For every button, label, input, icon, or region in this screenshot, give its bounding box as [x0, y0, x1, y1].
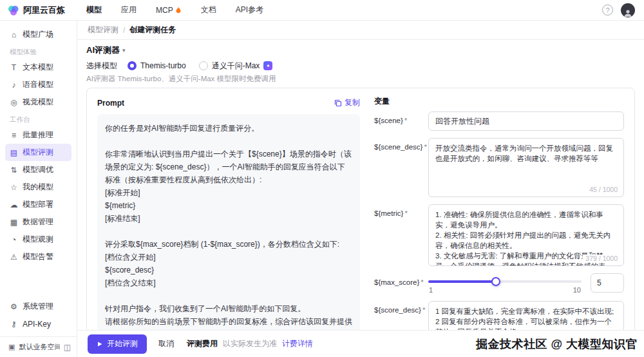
chevron-down-icon: ▾ — [122, 45, 126, 55]
sidebar-item-model-observe[interactable]: ◔ 模型观测 — [5, 231, 71, 248]
model-deploy-icon: ☁ — [10, 200, 18, 209]
copy-icon — [334, 99, 342, 107]
logo-icon — [8, 5, 19, 16]
bailian-app: 阿里云百炼 模型 应用 MCP 文档 API参考 ? — [0, 0, 644, 357]
radio-themis-turbo[interactable]: Themis-turbo — [128, 61, 186, 70]
sidebar-item-vision-model[interactable]: ◎ 视觉模型 — [5, 93, 71, 111]
batch-inference-icon: ≡ — [10, 131, 18, 140]
variables-column: 变量 ${scene}* ${scene_desc}* — [374, 97, 624, 357]
radio-unchecked-icon — [199, 61, 208, 70]
sidebar-item-label: 模型调优 — [23, 164, 53, 175]
sidebar-bottom: ⚙ 系统管理 ⚷ API-Key ▣ 默认业务空间 ◫ — [5, 298, 71, 357]
evaluator-title-text: AI评测器 — [86, 45, 120, 55]
top-navbar: 阿里云百炼 模型 应用 MCP 文档 API参考 ? — [0, 0, 644, 21]
sidebar-item-label: API-Key — [23, 320, 51, 329]
billing-details-link[interactable]: 计费详情 — [282, 338, 313, 349]
sidebar-item-system-management[interactable]: ⚙ 系统管理 — [5, 298, 71, 315]
sidebar-item-model-tuning[interactable]: ⇅ 模型调优 — [5, 161, 71, 179]
slider-track — [428, 280, 582, 283]
sidebar-item-speech-model[interactable]: ♪ 语音模型 — [5, 76, 71, 93]
sidebar-item-label: 模型部署 — [23, 199, 53, 210]
nav-item-apps[interactable]: 应用 — [121, 5, 137, 15]
top-nav-menu: 模型 应用 MCP 文档 API参考 — [86, 5, 263, 15]
sidebar-collapse-icon[interactable]: ◫ — [64, 343, 71, 352]
user-icon — [623, 8, 632, 17]
start-evaluation-label: 开始评测 — [107, 338, 138, 349]
breadcrumb-parent[interactable]: 模型评测 — [88, 24, 118, 35]
sidebar-item-api-key[interactable]: ⚷ API-Key — [5, 315, 71, 333]
logo[interactable]: 阿里云百炼 — [8, 5, 79, 16]
max-score-input[interactable] — [591, 273, 624, 293]
evaluator-section-title[interactable]: AI评测器 ▾ — [86, 45, 635, 55]
sidebar-item-label: 语音模型 — [23, 79, 53, 90]
slider-fill — [428, 280, 496, 283]
sidebar-item-model-alert[interactable]: ⚠ 模型告警 — [5, 248, 71, 265]
nav-item-docs[interactable]: 文档 — [201, 5, 216, 15]
sidebar-item-data-management[interactable]: ▦ 数据管理 — [5, 213, 71, 231]
gear-icon: ⚙ — [10, 302, 18, 311]
sidebar-item-label: 模型评测 — [23, 147, 53, 158]
radio-qwen-max[interactable]: 通义千问-Max ✦ — [199, 61, 273, 72]
logo-text: 阿里云百炼 — [23, 5, 65, 16]
sidebar-item-label: 文本模型 — [23, 62, 53, 73]
watermark-text: 掘金技术社区 @ 大模型知识官 — [476, 336, 638, 352]
metric-char-counter: 379 / 1000 — [583, 255, 618, 262]
start-evaluation-button[interactable]: 开始评测 — [88, 334, 147, 354]
nav-item-mcp[interactable]: MCP — [156, 6, 182, 15]
breadcrumb-separator: / — [123, 26, 125, 35]
my-models-icon: ☆ — [10, 183, 18, 192]
scene-control — [428, 111, 624, 131]
var-row-scene: ${scene}* — [374, 111, 624, 131]
sidebar-item-my-models[interactable]: ☆ 我的模型 — [5, 179, 71, 196]
select-model-label: 选择模型 — [86, 61, 117, 72]
copy-label: 复制 — [345, 97, 360, 108]
metric-label: ${metric}* — [374, 204, 423, 266]
prompt-column: Prompt 复制 你的任务是对AI智能助手回复进行质量评分。 你非常清晰地认识… — [97, 97, 360, 357]
page-content: AI评测器 ▾ 选择模型 Themis-turbo 通义千问-Max ✦ — [77, 40, 644, 357]
nav-item-models[interactable]: 模型 — [86, 5, 102, 15]
sidebar-section-experience: 模型体验 — [5, 43, 71, 59]
sidebar-item-model-eval[interactable]: ▤ 模型评测 — [5, 144, 71, 161]
sidebar-item-text-model[interactable]: T 文本模型 — [5, 59, 71, 76]
max-score-label: ${max_score}* — [374, 273, 423, 294]
evaluator-panel: Prompt 复制 你的任务是对AI智能助手回复进行质量评分。 你非常清晰地认识… — [86, 88, 635, 357]
model-plaza-icon: ⌂ — [10, 30, 18, 39]
required-mark: * — [421, 278, 423, 286]
speech-model-icon: ♪ — [10, 81, 18, 90]
prompt-template-text: 你的任务是对AI智能助手回复进行质量评分。 你非常清晰地认识到当用户提出一个关于… — [97, 114, 360, 357]
score-desc-label-text: ${score_desc} — [374, 306, 421, 314]
bell-icon: ⚠ — [10, 253, 18, 262]
prompt-header: Prompt 复制 — [97, 97, 360, 108]
slider-min-label: 1 — [429, 286, 433, 294]
slider-handle[interactable] — [491, 277, 500, 286]
sidebar-item-model-plaza[interactable]: ⌂ 模型广场 — [5, 26, 71, 43]
copy-button[interactable]: 复制 — [334, 97, 360, 108]
sidebar: ⌂ 模型广场 模型体验 T 文本模型 ♪ 语音模型 ◎ 视觉模型 工作台 ≡ 批… — [0, 21, 77, 357]
workspace-switcher[interactable]: ▣ 默认业务空间 ◫ — [0, 336, 77, 357]
help-icon[interactable]: ? — [602, 5, 613, 15]
model-tuning-icon: ⇅ — [10, 166, 18, 175]
flame-icon — [175, 6, 182, 14]
model-eval-icon: ▤ — [10, 148, 18, 157]
free-trial-hint: AI评测器 Themis-turbo、通义千问-Max 模型限时免费调用 — [86, 75, 635, 82]
model-select-row: 选择模型 Themis-turbo 通义千问-Max ✦ — [86, 61, 635, 71]
sidebar-item-batch-inference[interactable]: ≡ 批量推理 — [5, 126, 71, 144]
fee-info: 评测费用 以实际发生为准 计费详情 — [187, 338, 313, 349]
cancel-button[interactable]: 取消 — [157, 338, 175, 349]
required-mark: * — [404, 117, 407, 124]
sidebar-item-label: 数据管理 — [23, 217, 53, 227]
max-score-slider[interactable]: 1 10 — [428, 273, 582, 294]
variables-title: 变量 — [374, 97, 624, 105]
scene-input[interactable] — [428, 111, 624, 131]
scene-desc-control: 开放交流类指令，通常为询问一个开放领域问题，回复也是开放式的，如闲聊、咨询建议、… — [428, 138, 624, 197]
sidebar-item-label: 视觉模型 — [23, 97, 53, 108]
vision-model-icon: ◎ — [10, 98, 18, 107]
fee-hint: 以实际发生为准 — [223, 338, 277, 349]
text-model-icon: T — [10, 63, 18, 72]
prompt-title: Prompt — [97, 99, 124, 108]
nav-item-api-reference[interactable]: API参考 — [236, 5, 263, 15]
required-mark: * — [422, 306, 425, 314]
sidebar-item-model-deploy[interactable]: ☁ 模型部署 — [5, 196, 71, 213]
metric-label-text: ${metric} — [374, 209, 403, 217]
avatar[interactable] — [621, 3, 635, 17]
